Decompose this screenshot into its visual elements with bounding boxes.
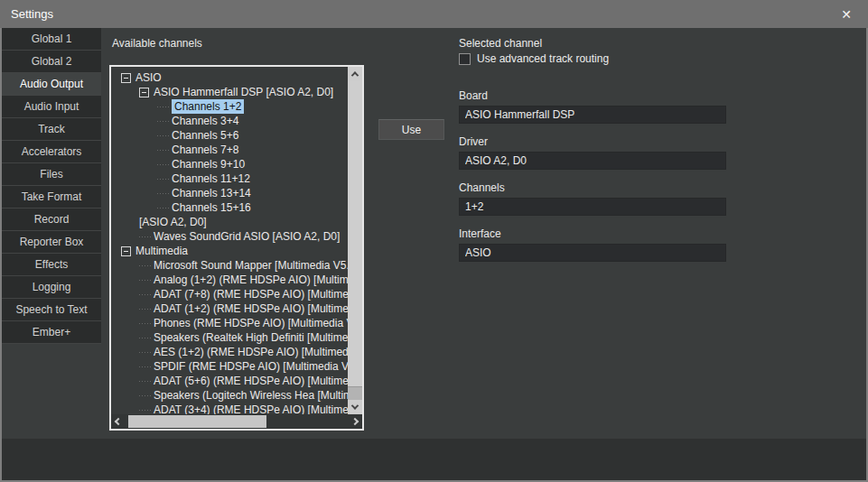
tree-item-adat-3-4-rme-hdspe-aio-multimedia-v[interactable]: ADAT (3+4) (RME HDSPe AIO) [Multimedia V: [111, 403, 348, 414]
tree-item-phones-rme-hdspe-aio-multimedia-v10[interactable]: Phones (RME HDSPe AIO) [Multimedia V10.: [111, 316, 348, 330]
settings-window: Settings ✕ Global 1 Global 2 Audio Outpu…: [0, 0, 868, 482]
scroll-down-button[interactable]: [348, 400, 362, 414]
channel-tree: ASIO ASIO Hammerfall DSP [ASIO A2, D0] C…: [109, 65, 364, 431]
board-field[interactable]: [459, 106, 726, 124]
tree-item-channels-15-16[interactable]: Channels 15+16: [111, 200, 348, 215]
tree-item-asio-a2-d0[interactable]: [ASIO A2, D0]: [111, 215, 348, 229]
vertical-scroll-thumb[interactable]: [348, 81, 362, 387]
tree-item-speakers-realtek-high-definiti-multimedi[interactable]: Speakers (Realtek High Definiti [Multime…: [111, 330, 348, 345]
sidebar-item-ember[interactable]: Ember+: [2, 321, 101, 344]
sidebar-item-files[interactable]: Files: [2, 163, 101, 186]
sidebar-item-audio-output[interactable]: Audio Output: [2, 73, 101, 96]
close-icon[interactable]: ✕: [837, 6, 855, 23]
sidebar-item-label: Speech to Text: [15, 303, 87, 316]
tree-connector-dots: [139, 323, 152, 324]
tree-item-adat-1-2-rme-hdspe-aio-multimedia-v[interactable]: ADAT (1+2) (RME HDSPe AIO) [Multimedia V: [111, 301, 348, 316]
horizontal-scroll-track[interactable]: [126, 414, 348, 429]
tree-item-speakers-logitech-wireless-hea-multimed[interactable]: Speakers (Logitech Wireless Hea [Multime…: [111, 388, 348, 403]
tree-connector-dots: [139, 236, 152, 237]
scroll-left-button[interactable]: [111, 414, 126, 429]
tree-item-label: [ASIO A2, D0]: [139, 216, 207, 228]
channels-field[interactable]: [459, 198, 726, 216]
sidebar-item-label: Files: [40, 168, 62, 181]
tree-item-asio-hammerfall-dsp-asio-a2-d0[interactable]: ASIO Hammerfall DSP [ASIO A2, D0]: [111, 85, 348, 99]
advanced-routing-checkbox[interactable]: [459, 53, 471, 65]
scroll-right-button[interactable]: [348, 414, 362, 429]
use-button[interactable]: Use: [378, 119, 444, 140]
driver-field[interactable]: [459, 152, 726, 170]
tree-connector-dots: [139, 309, 152, 310]
scroll-up-button[interactable]: [348, 67, 362, 81]
tree-item-waves-soundgrid-asio-asio-a2-d0[interactable]: Waves SoundGrid ASIO [ASIO A2, D0]: [111, 229, 348, 244]
sidebar-item-label: Track: [38, 123, 65, 135]
tree-connector-dots: [139, 338, 152, 338]
tree-item-label: Channels 11+12: [172, 172, 250, 185]
collapse-minus-icon[interactable]: [121, 246, 131, 256]
tree-connector-dots: [139, 395, 152, 396]
sidebar-item-label: Audio Output: [20, 78, 83, 90]
tree-item-channels-13-14[interactable]: Channels 13+14: [111, 186, 348, 200]
horizontal-scrollbar[interactable]: [111, 414, 362, 429]
tree-item-channels-1-2[interactable]: Channels 1+2: [111, 99, 348, 114]
tree-item-microsoft-sound-mapper-multimedia-v5-0[interactable]: Microsoft Sound Mapper [Multimedia V5.0: [111, 258, 348, 273]
vertical-scrollbar[interactable]: [348, 67, 362, 414]
sidebar-item-track[interactable]: Track: [2, 118, 101, 141]
field-label: Board: [459, 89, 726, 102]
chevron-up-icon: [351, 71, 359, 79]
sidebar-item-label: Audio Input: [24, 100, 79, 113]
interface-field[interactable]: [459, 244, 726, 262]
horizontal-scroll-thumb[interactable]: [128, 415, 266, 428]
sidebar-item-label: Accelerators: [22, 145, 82, 158]
tree-item-label: Channels 3+4: [172, 115, 238, 127]
tree-item-analog-1-2-rme-hdspe-aio-multimedia[interactable]: Analog (1+2) (RME HDSPe AIO) [Multimedia: [111, 273, 348, 287]
sidebar-item-reporter-box[interactable]: Reporter Box: [2, 231, 101, 254]
tree-item-label: Analog (1+2) (RME HDSPe AIO) [Multimedia: [154, 273, 348, 286]
tree-item-aes-1-2-rme-hdspe-aio-multimedia-v1[interactable]: AES (1+2) (RME HDSPe AIO) [Multimedia V1: [111, 345, 348, 359]
settings-nav: Global 1 Global 2 Audio Output Audio Inp…: [2, 28, 101, 344]
tree-item-asio[interactable]: ASIO: [111, 70, 348, 85]
sidebar-item-label: Global 1: [32, 32, 72, 45]
tree-item-channels-3-4[interactable]: Channels 3+4: [111, 114, 348, 128]
sidebar-item-global-1[interactable]: Global 1: [2, 28, 101, 51]
tree-connector-dots: [139, 381, 152, 382]
tree-item-channels-11-12[interactable]: Channels 11+12: [111, 171, 348, 186]
tree-connector-dots: [157, 193, 170, 194]
sidebar-item-label: Logging: [33, 281, 71, 293]
tree-item-label: ASIO: [135, 71, 162, 84]
sidebar-item-speech-to-text[interactable]: Speech to Text: [2, 299, 101, 321]
tree-item-label: Microsoft Sound Mapper [Multimedia V5.0: [154, 259, 348, 272]
chevron-right-icon: [351, 418, 359, 425]
tree-item-spdif-rme-hdspe-aio-multimedia-v10-0[interactable]: SPDIF (RME HDSPe AIO) [Multimedia V10.0]: [111, 359, 348, 374]
tree-item-channels-9-10[interactable]: Channels 9+10: [111, 157, 348, 171]
tree-item-label: Channels 15+16: [172, 201, 251, 214]
sidebar-item-record[interactable]: Record: [2, 209, 101, 231]
sidebar-item-take-format[interactable]: Take Format: [2, 186, 101, 209]
field-group: Channels: [459, 181, 726, 216]
tree-connector-dots: [157, 135, 170, 136]
field-label: Interface: [459, 227, 726, 240]
footer-bar: OK Cancel: [2, 439, 866, 480]
tree-item-channels-7-8[interactable]: Channels 7+8: [111, 143, 348, 157]
tree-item-multimedia[interactable]: Multimedia: [111, 244, 348, 258]
tree-item-label: ADAT (7+8) (RME HDSPe AIO) [Multimedia V: [154, 288, 348, 301]
sidebar-item-label: Reporter Box: [20, 236, 84, 248]
sidebar-item-accelerators[interactable]: Accelerators: [2, 141, 101, 163]
window-title: Settings: [11, 7, 53, 21]
collapse-minus-icon[interactable]: [121, 73, 131, 83]
sidebar-item-effects[interactable]: Effects: [2, 254, 101, 276]
field-group: Driver: [459, 135, 726, 170]
field-label: Driver: [459, 135, 726, 148]
vertical-scroll-track[interactable]: [348, 81, 362, 400]
tree-connector-dots: [157, 150, 170, 151]
collapse-minus-icon[interactable]: [139, 88, 149, 97]
tree-connector-dots: [139, 294, 152, 295]
tree-item-adat-7-8-rme-hdspe-aio-multimedia-v[interactable]: ADAT (7+8) (RME HDSPe AIO) [Multimedia V: [111, 287, 348, 301]
sidebar-item-logging[interactable]: Logging: [2, 276, 101, 299]
tree-connector-dots: [139, 265, 152, 266]
sidebar-item-global-2[interactable]: Global 2: [2, 51, 101, 73]
sidebar-item-audio-input[interactable]: Audio Input: [2, 96, 101, 118]
tree-item-channels-5-6[interactable]: Channels 5+6: [111, 128, 348, 143]
tree-item-adat-5-6-rme-hdspe-aio-multimedia-v[interactable]: ADAT (5+6) (RME HDSPe AIO) [Multimedia V: [111, 374, 348, 388]
advanced-routing-label[interactable]: Use advanced track routing: [477, 52, 609, 65]
tree-item-label: Multimedia: [135, 245, 188, 257]
